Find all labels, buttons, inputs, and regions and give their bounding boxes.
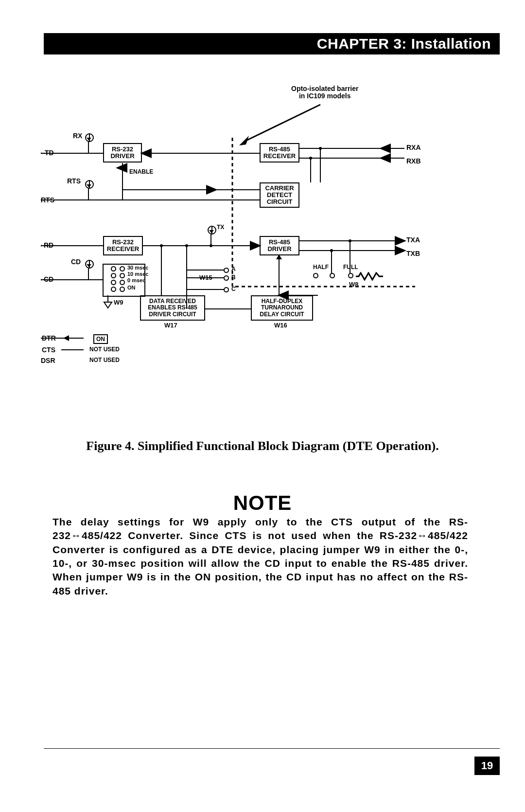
chapter-header-bar: CHAPTER 3: Installation (44, 33, 500, 54)
label-w17: W17 (164, 322, 177, 329)
rts-led-icon (85, 180, 94, 189)
label-cd-top: CD (71, 258, 81, 266)
label-c: C (231, 286, 236, 292)
label-cd: CD (44, 276, 53, 283)
label-w16: W16 (274, 322, 287, 329)
label-rts-top: RTS (67, 178, 81, 185)
label-rxa: RXA (406, 144, 421, 151)
resistor-icon (356, 272, 383, 281)
note-heading: NOTE (0, 491, 525, 515)
label-full: FULL (343, 264, 358, 271)
svg-point-38 (185, 244, 188, 247)
label-on-jumper: ON (127, 285, 136, 291)
figure-caption: Figure 4. Simplified Functional Block Di… (52, 439, 472, 453)
rx-led-icon (85, 133, 94, 142)
page-number: 19 (481, 759, 493, 772)
label-td: TD (45, 149, 54, 157)
label-rts: RTS (41, 197, 54, 204)
label-rx: RX (73, 132, 82, 140)
label-w8: W8 (349, 281, 359, 288)
label-dsr-not-used: NOT USED (89, 357, 120, 363)
label-txa: TXA (406, 236, 420, 244)
label-dsr: DSR (41, 357, 55, 364)
label-30msec: 30 msec (127, 265, 148, 271)
label-rd: RD (44, 242, 53, 249)
cd-led-icon (85, 260, 94, 269)
footer-rule (44, 748, 500, 749)
label-0msec: 0 msec (127, 278, 145, 284)
note-body: The delay settings for W9 apply only to … (52, 515, 468, 598)
svg-point-30 (160, 244, 163, 247)
svg-point-49 (349, 239, 351, 242)
label-cts-not-used: NOT USED (89, 346, 120, 353)
dtr-on-box: ON (93, 334, 108, 344)
svg-marker-51 (63, 335, 69, 341)
label-w15: W15 (199, 274, 212, 281)
svg-marker-36 (104, 302, 112, 308)
label-cts: CTS (42, 346, 55, 354)
label-enable: ENABLE (129, 169, 153, 175)
svg-point-21 (309, 157, 312, 160)
svg-point-26 (210, 244, 212, 247)
page-number-badge: 19 (474, 757, 500, 775)
label-dtr: DTR (42, 335, 56, 342)
label-rxb: RXB (406, 158, 421, 165)
block-diagram: Opto-isolated barrier in IC109 models RS… (41, 85, 456, 386)
svg-marker-44 (276, 254, 282, 259)
chapter-title: CHAPTER 3: Installation (317, 36, 491, 52)
label-w9: W9 (114, 299, 123, 306)
svg-point-19 (319, 147, 322, 150)
tx-led-icon (208, 226, 216, 235)
label-b: B (231, 274, 236, 281)
label-tx: TX (217, 224, 224, 231)
label-a: A (231, 266, 236, 272)
wiring-svg (41, 85, 456, 358)
label-txb: TXB (406, 250, 420, 257)
label-10msec: 10 msec (127, 271, 148, 277)
label-half: HALF (313, 264, 329, 271)
document-page: CHAPTER 3: Installation Opto-isolated ba… (0, 0, 525, 812)
svg-point-47 (330, 249, 333, 252)
